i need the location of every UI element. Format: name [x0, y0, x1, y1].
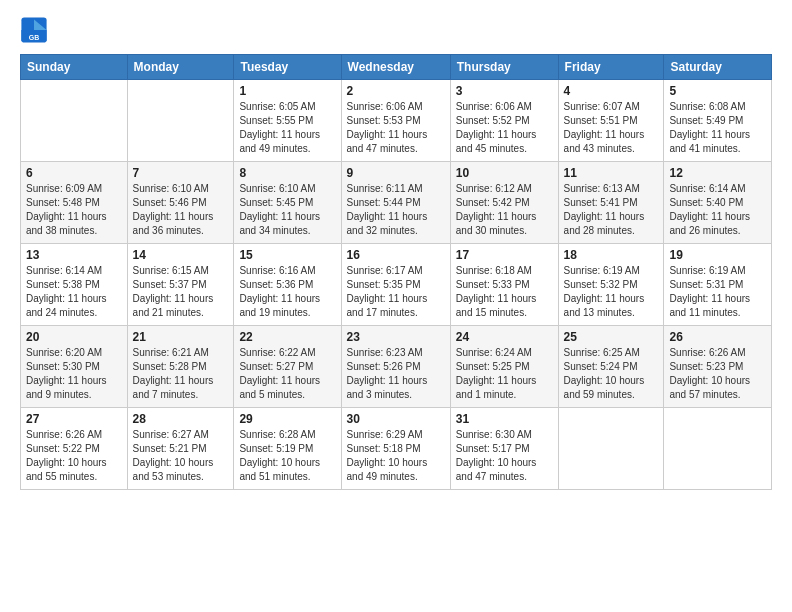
day-cell: 18Sunrise: 6:19 AM Sunset: 5:32 PM Dayli…	[558, 244, 664, 326]
day-cell: 14Sunrise: 6:15 AM Sunset: 5:37 PM Dayli…	[127, 244, 234, 326]
logo: GB	[20, 16, 50, 44]
day-cell: 9Sunrise: 6:11 AM Sunset: 5:44 PM Daylig…	[341, 162, 450, 244]
day-number: 19	[669, 248, 766, 262]
day-number: 17	[456, 248, 553, 262]
day-info: Sunrise: 6:10 AM Sunset: 5:46 PM Dayligh…	[133, 182, 229, 238]
day-number: 9	[347, 166, 445, 180]
day-info: Sunrise: 6:26 AM Sunset: 5:22 PM Dayligh…	[26, 428, 122, 484]
day-cell: 23Sunrise: 6:23 AM Sunset: 5:26 PM Dayli…	[341, 326, 450, 408]
day-cell: 12Sunrise: 6:14 AM Sunset: 5:40 PM Dayli…	[664, 162, 772, 244]
weekday-header-thursday: Thursday	[450, 55, 558, 80]
header: GB	[20, 16, 772, 44]
day-info: Sunrise: 6:12 AM Sunset: 5:42 PM Dayligh…	[456, 182, 553, 238]
day-cell: 31Sunrise: 6:30 AM Sunset: 5:17 PM Dayli…	[450, 408, 558, 490]
day-cell: 17Sunrise: 6:18 AM Sunset: 5:33 PM Dayli…	[450, 244, 558, 326]
day-cell: 1Sunrise: 6:05 AM Sunset: 5:55 PM Daylig…	[234, 80, 341, 162]
day-info: Sunrise: 6:11 AM Sunset: 5:44 PM Dayligh…	[347, 182, 445, 238]
day-number: 12	[669, 166, 766, 180]
day-cell: 2Sunrise: 6:06 AM Sunset: 5:53 PM Daylig…	[341, 80, 450, 162]
day-number: 16	[347, 248, 445, 262]
day-info: Sunrise: 6:15 AM Sunset: 5:37 PM Dayligh…	[133, 264, 229, 320]
day-info: Sunrise: 6:16 AM Sunset: 5:36 PM Dayligh…	[239, 264, 335, 320]
day-cell: 24Sunrise: 6:24 AM Sunset: 5:25 PM Dayli…	[450, 326, 558, 408]
weekday-header-wednesday: Wednesday	[341, 55, 450, 80]
day-info: Sunrise: 6:19 AM Sunset: 5:31 PM Dayligh…	[669, 264, 766, 320]
weekday-header-monday: Monday	[127, 55, 234, 80]
day-number: 4	[564, 84, 659, 98]
day-info: Sunrise: 6:22 AM Sunset: 5:27 PM Dayligh…	[239, 346, 335, 402]
day-number: 20	[26, 330, 122, 344]
logo-icon: GB	[20, 16, 48, 44]
day-cell	[558, 408, 664, 490]
day-number: 15	[239, 248, 335, 262]
day-number: 30	[347, 412, 445, 426]
day-cell: 29Sunrise: 6:28 AM Sunset: 5:19 PM Dayli…	[234, 408, 341, 490]
weekday-header-tuesday: Tuesday	[234, 55, 341, 80]
day-number: 29	[239, 412, 335, 426]
day-cell: 19Sunrise: 6:19 AM Sunset: 5:31 PM Dayli…	[664, 244, 772, 326]
day-info: Sunrise: 6:29 AM Sunset: 5:18 PM Dayligh…	[347, 428, 445, 484]
day-cell: 21Sunrise: 6:21 AM Sunset: 5:28 PM Dayli…	[127, 326, 234, 408]
day-info: Sunrise: 6:07 AM Sunset: 5:51 PM Dayligh…	[564, 100, 659, 156]
day-cell: 4Sunrise: 6:07 AM Sunset: 5:51 PM Daylig…	[558, 80, 664, 162]
day-info: Sunrise: 6:25 AM Sunset: 5:24 PM Dayligh…	[564, 346, 659, 402]
week-row-3: 13Sunrise: 6:14 AM Sunset: 5:38 PM Dayli…	[21, 244, 772, 326]
svg-text:GB: GB	[29, 34, 40, 41]
day-cell: 15Sunrise: 6:16 AM Sunset: 5:36 PM Dayli…	[234, 244, 341, 326]
day-number: 24	[456, 330, 553, 344]
day-info: Sunrise: 6:10 AM Sunset: 5:45 PM Dayligh…	[239, 182, 335, 238]
calendar-page: GB SundayMondayTuesdayWednesdayThursdayF…	[0, 0, 792, 612]
day-info: Sunrise: 6:14 AM Sunset: 5:40 PM Dayligh…	[669, 182, 766, 238]
day-number: 1	[239, 84, 335, 98]
day-cell: 28Sunrise: 6:27 AM Sunset: 5:21 PM Dayli…	[127, 408, 234, 490]
day-cell: 6Sunrise: 6:09 AM Sunset: 5:48 PM Daylig…	[21, 162, 128, 244]
day-number: 7	[133, 166, 229, 180]
day-cell: 16Sunrise: 6:17 AM Sunset: 5:35 PM Dayli…	[341, 244, 450, 326]
day-number: 8	[239, 166, 335, 180]
day-cell: 10Sunrise: 6:12 AM Sunset: 5:42 PM Dayli…	[450, 162, 558, 244]
day-number: 14	[133, 248, 229, 262]
day-number: 2	[347, 84, 445, 98]
day-cell: 11Sunrise: 6:13 AM Sunset: 5:41 PM Dayli…	[558, 162, 664, 244]
weekday-header-sunday: Sunday	[21, 55, 128, 80]
day-cell	[127, 80, 234, 162]
day-info: Sunrise: 6:30 AM Sunset: 5:17 PM Dayligh…	[456, 428, 553, 484]
day-number: 6	[26, 166, 122, 180]
day-cell: 20Sunrise: 6:20 AM Sunset: 5:30 PM Dayli…	[21, 326, 128, 408]
day-info: Sunrise: 6:05 AM Sunset: 5:55 PM Dayligh…	[239, 100, 335, 156]
week-row-1: 1Sunrise: 6:05 AM Sunset: 5:55 PM Daylig…	[21, 80, 772, 162]
day-cell	[21, 80, 128, 162]
day-number: 13	[26, 248, 122, 262]
day-cell: 5Sunrise: 6:08 AM Sunset: 5:49 PM Daylig…	[664, 80, 772, 162]
day-number: 26	[669, 330, 766, 344]
day-info: Sunrise: 6:13 AM Sunset: 5:41 PM Dayligh…	[564, 182, 659, 238]
day-info: Sunrise: 6:28 AM Sunset: 5:19 PM Dayligh…	[239, 428, 335, 484]
weekday-header-row: SundayMondayTuesdayWednesdayThursdayFrid…	[21, 55, 772, 80]
weekday-header-saturday: Saturday	[664, 55, 772, 80]
day-number: 21	[133, 330, 229, 344]
day-number: 27	[26, 412, 122, 426]
day-info: Sunrise: 6:17 AM Sunset: 5:35 PM Dayligh…	[347, 264, 445, 320]
day-number: 22	[239, 330, 335, 344]
day-number: 11	[564, 166, 659, 180]
day-info: Sunrise: 6:20 AM Sunset: 5:30 PM Dayligh…	[26, 346, 122, 402]
day-cell: 7Sunrise: 6:10 AM Sunset: 5:46 PM Daylig…	[127, 162, 234, 244]
day-number: 18	[564, 248, 659, 262]
day-info: Sunrise: 6:21 AM Sunset: 5:28 PM Dayligh…	[133, 346, 229, 402]
day-number: 25	[564, 330, 659, 344]
day-number: 31	[456, 412, 553, 426]
day-number: 5	[669, 84, 766, 98]
week-row-5: 27Sunrise: 6:26 AM Sunset: 5:22 PM Dayli…	[21, 408, 772, 490]
day-info: Sunrise: 6:09 AM Sunset: 5:48 PM Dayligh…	[26, 182, 122, 238]
week-row-2: 6Sunrise: 6:09 AM Sunset: 5:48 PM Daylig…	[21, 162, 772, 244]
day-info: Sunrise: 6:06 AM Sunset: 5:52 PM Dayligh…	[456, 100, 553, 156]
day-cell: 30Sunrise: 6:29 AM Sunset: 5:18 PM Dayli…	[341, 408, 450, 490]
day-info: Sunrise: 6:23 AM Sunset: 5:26 PM Dayligh…	[347, 346, 445, 402]
day-info: Sunrise: 6:26 AM Sunset: 5:23 PM Dayligh…	[669, 346, 766, 402]
day-info: Sunrise: 6:08 AM Sunset: 5:49 PM Dayligh…	[669, 100, 766, 156]
day-cell: 27Sunrise: 6:26 AM Sunset: 5:22 PM Dayli…	[21, 408, 128, 490]
calendar-table: SundayMondayTuesdayWednesdayThursdayFrid…	[20, 54, 772, 490]
day-info: Sunrise: 6:18 AM Sunset: 5:33 PM Dayligh…	[456, 264, 553, 320]
day-cell: 8Sunrise: 6:10 AM Sunset: 5:45 PM Daylig…	[234, 162, 341, 244]
day-number: 23	[347, 330, 445, 344]
